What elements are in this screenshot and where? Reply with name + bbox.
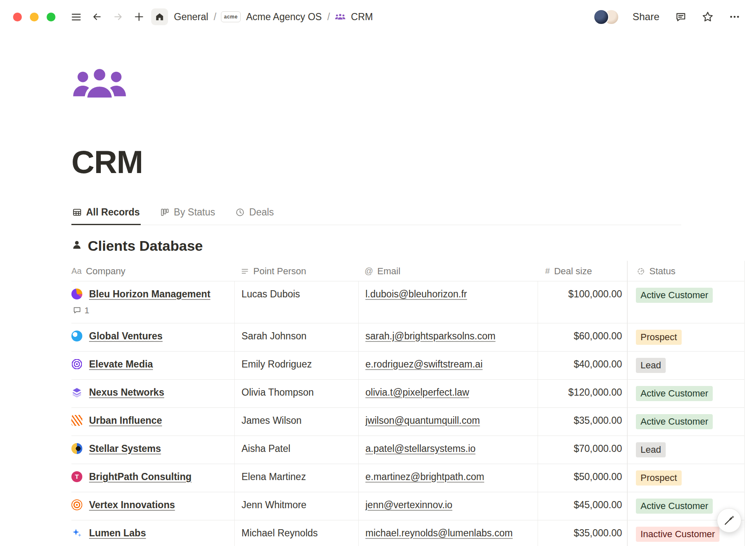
email-cell[interactable]: sarah.j@brightsparksolns.com: [358, 323, 538, 351]
column-header-company[interactable]: Aa Company: [71, 261, 234, 281]
new-tab-button[interactable]: [131, 9, 147, 25]
home-button[interactable]: [151, 8, 168, 25]
status-cell[interactable]: Prospect: [627, 323, 745, 351]
column-header-deal-size[interactable]: # Deal size: [538, 261, 627, 281]
page-icon-people[interactable]: [71, 66, 128, 104]
email-cell[interactable]: e.rodriguez@swiftstream.ai: [358, 352, 538, 379]
email-cell[interactable]: olivia.t@pixelperfect.law: [358, 380, 538, 407]
email-link[interactable]: jenn@vertexinnov.io: [365, 499, 452, 511]
point-person-cell[interactable]: Sarah Johnson: [234, 323, 358, 351]
ai-assist-button[interactable]: [717, 508, 741, 533]
column-header-status[interactable]: Status: [627, 261, 745, 281]
close-window-button[interactable]: [13, 13, 22, 21]
point-person-cell[interactable]: Lucas Dubois: [234, 281, 358, 323]
point-person-cell[interactable]: James Wilson: [234, 408, 358, 436]
zoom-window-button[interactable]: [47, 13, 55, 21]
favorite-star-button[interactable]: [700, 9, 716, 25]
breadcrumb-workspace[interactable]: Acme Agency OS: [245, 10, 323, 24]
column-header-email[interactable]: @ Email: [358, 261, 538, 281]
avatar[interactable]: [593, 9, 609, 25]
status-cell[interactable]: Active Customer: [627, 408, 745, 436]
status-badge[interactable]: Active Customer: [636, 288, 713, 303]
deal-size-cell[interactable]: $45,000.00: [538, 492, 627, 520]
person-name: Michael Reynolds: [242, 527, 318, 539]
deal-size-cell[interactable]: $35,000.00: [538, 520, 627, 546]
company-link[interactable]: BrightPath Consulting: [89, 470, 192, 483]
status-badge[interactable]: Prospect: [636, 330, 682, 345]
back-button[interactable]: [89, 9, 105, 25]
email-cell[interactable]: jwilson@quantumquill.com: [358, 408, 538, 436]
table-row[interactable]: BrightPath Consulting Elena Martinez e.m…: [71, 464, 745, 492]
email-link[interactable]: l.dubois@bleuhorizon.fr: [365, 288, 467, 300]
deal-size-cell[interactable]: $50,000.00: [538, 464, 627, 492]
status-cell[interactable]: Prospect: [627, 464, 745, 492]
point-person-cell[interactable]: Elena Martinez: [234, 464, 358, 492]
deal-size-cell[interactable]: $120,000.00: [538, 380, 627, 407]
email-link[interactable]: e.rodriguez@swiftstream.ai: [365, 358, 483, 370]
status-badge[interactable]: Prospect: [636, 470, 682, 486]
email-cell[interactable]: l.dubois@bleuhorizon.fr: [358, 281, 538, 323]
table-row[interactable]: Vertex Innovations Jenn Whitmore jenn@ve…: [71, 492, 745, 520]
status-badge[interactable]: Active Customer: [636, 499, 713, 514]
status-cell[interactable]: Lead: [627, 352, 745, 379]
email-cell[interactable]: jenn@vertexinnov.io: [358, 492, 538, 520]
tab-deals[interactable]: Deals: [234, 202, 275, 225]
table-row[interactable]: Lumen Labs Michael Reynolds michael.reyn…: [71, 520, 745, 546]
forward-button[interactable]: [110, 9, 126, 25]
comment-count-badge[interactable]: 1: [73, 304, 89, 317]
status-badge[interactable]: Active Customer: [636, 386, 713, 401]
table-row[interactable]: Urban Influence James Wilson jwilson@qua…: [71, 407, 745, 436]
breadcrumb-root[interactable]: General: [173, 10, 209, 24]
table-row[interactable]: Global Ventures Sarah Johnson sarah.j@br…: [71, 323, 745, 351]
email-cell[interactable]: a.patel@stellarsystems.io: [358, 436, 538, 464]
tab-by-status[interactable]: By Status: [159, 202, 216, 225]
table-row[interactable]: Bleu Horizon Management 1 Lucas Dubois l…: [71, 281, 745, 323]
table-row[interactable]: Stellar Systems Aisha Patel a.patel@stel…: [71, 436, 745, 464]
point-person-cell[interactable]: Emily Rodriguez: [234, 352, 358, 379]
minimize-window-button[interactable]: [30, 13, 39, 21]
company-link[interactable]: Stellar Systems: [89, 442, 161, 455]
point-person-cell[interactable]: Olivia Thompson: [234, 380, 358, 407]
status-cell[interactable]: Lead: [627, 436, 745, 464]
deal-size-cell[interactable]: $100,000.00: [538, 281, 627, 323]
more-options-button[interactable]: [727, 9, 743, 25]
deal-size-cell[interactable]: $35,000.00: [538, 408, 627, 436]
company-link[interactable]: Nexus Networks: [89, 386, 164, 399]
table-row[interactable]: Nexus Networks Olivia Thompson olivia.t@…: [71, 379, 745, 407]
comments-button[interactable]: [673, 9, 689, 25]
email-link[interactable]: michael.reynolds@lumenlabs.com: [365, 527, 513, 539]
tab-all-records[interactable]: All Records: [71, 202, 141, 225]
deal-value: $100,000.00: [568, 288, 622, 300]
deal-size-cell[interactable]: $70,000.00: [538, 436, 627, 464]
status-cell[interactable]: Active Customer: [627, 380, 745, 407]
status-badge[interactable]: Active Customer: [636, 414, 713, 429]
status-badge[interactable]: Lead: [636, 442, 666, 457]
deal-value: $35,000.00: [574, 414, 622, 427]
point-person-cell[interactable]: Aisha Patel: [234, 436, 358, 464]
status-badge[interactable]: Inactive Customer: [636, 527, 719, 542]
point-person-cell[interactable]: Jenn Whitmore: [234, 492, 358, 520]
company-link[interactable]: Urban Influence: [89, 414, 162, 427]
share-button[interactable]: Share: [630, 9, 662, 24]
email-cell[interactable]: michael.reynolds@lumenlabs.com: [358, 520, 538, 546]
company-link[interactable]: Bleu Horizon Management: [89, 288, 210, 300]
company-link[interactable]: Global Ventures: [89, 330, 163, 342]
status-badge[interactable]: Lead: [636, 358, 666, 373]
point-person-cell[interactable]: Michael Reynolds: [234, 520, 358, 546]
sidebar-toggle-button[interactable]: [68, 9, 84, 25]
company-link[interactable]: Vertex Innovations: [89, 499, 175, 511]
company-link[interactable]: Lumen Labs: [89, 527, 146, 539]
email-link[interactable]: a.patel@stellarsystems.io: [365, 442, 475, 455]
deal-size-cell[interactable]: $40,000.00: [538, 352, 627, 379]
breadcrumb-page[interactable]: CRM: [350, 10, 374, 24]
email-link[interactable]: e.martinez@brightpath.com: [365, 470, 484, 483]
status-cell[interactable]: Active Customer: [627, 281, 745, 323]
company-link[interactable]: Elevate Media: [89, 358, 153, 370]
email-link[interactable]: sarah.j@brightsparksolns.com: [365, 330, 496, 342]
email-link[interactable]: olivia.t@pixelperfect.law: [365, 386, 469, 399]
table-row[interactable]: Elevate Media Emily Rodriguez e.rodrigue…: [71, 351, 745, 379]
email-cell[interactable]: e.martinez@brightpath.com: [358, 464, 538, 492]
deal-size-cell[interactable]: $60,000.00: [538, 323, 627, 351]
email-link[interactable]: jwilson@quantumquill.com: [365, 414, 480, 427]
column-header-point-person[interactable]: Point Person: [234, 261, 358, 281]
